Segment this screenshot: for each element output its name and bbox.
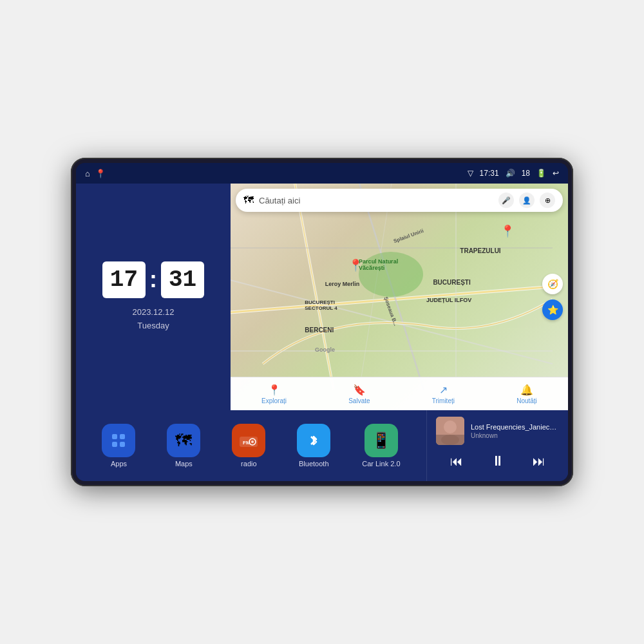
svg-rect-11 xyxy=(120,434,125,439)
apps-icon xyxy=(102,424,135,457)
map-label-parc: Parcul NaturalVăcărești xyxy=(359,258,398,271)
explore-label: Explorați xyxy=(261,397,287,404)
carlink-label: Car Link 2.0 xyxy=(362,460,400,468)
svg-point-19 xyxy=(444,421,457,433)
music-thumbnail xyxy=(436,417,464,445)
apps-row: Apps 🗺 Maps xyxy=(76,410,426,481)
svg-rect-21 xyxy=(436,435,464,445)
prev-button[interactable]: ⏮ xyxy=(448,451,466,471)
play-pause-button[interactable]: ⏸ xyxy=(488,450,507,472)
apps-label: Apps xyxy=(111,460,127,468)
svg-rect-10 xyxy=(112,434,117,439)
music-player: Lost Frequencies_Janieck Devy-... Unknow… xyxy=(426,410,568,481)
home-icon[interactable]: ⌂ xyxy=(85,169,90,178)
music-title: Lost Frequencies_Janieck Devy-... xyxy=(471,423,559,431)
signal-icon: ▽ xyxy=(468,169,473,178)
bottom-row: Apps 🗺 Maps xyxy=(76,410,568,481)
share-label: Trimiteți xyxy=(432,397,455,404)
map-navigate-btn[interactable]: ⭐ xyxy=(542,299,563,320)
svg-rect-13 xyxy=(120,442,125,447)
map-search-bar[interactable]: 🗺 Căutați aici 🎤 👤 ⊕ xyxy=(236,189,563,212)
status-right: ▽ 17:31 🔊 18 🔋 ↩ xyxy=(468,169,559,178)
status-time: 17:31 xyxy=(480,169,499,178)
main-content: 17 : 31 2023.12.12 Tuesday xyxy=(76,184,568,481)
clock-hours: 17 xyxy=(102,261,146,298)
volume-level: 18 xyxy=(522,169,530,178)
music-info: Lost Frequencies_Janieck Devy-... Unknow… xyxy=(436,417,559,445)
map-pin-2: 📍 xyxy=(500,224,515,238)
map-nav-share[interactable]: ↗ Trimiteți xyxy=(427,381,460,407)
voice-search-btn[interactable]: 🎤 xyxy=(498,193,514,208)
updates-label: Noutăți xyxy=(516,397,537,404)
maps-icon-btn: 🗺 xyxy=(167,424,200,457)
map-nav-explore[interactable]: 📍 Explorați xyxy=(256,381,292,407)
map-label-bucuresti: BUCUREȘTI xyxy=(433,279,470,286)
device-screen: ⌂ 📍 ▽ 17:31 🔊 18 🔋 ↩ 17 : xyxy=(76,163,568,481)
battery-icon: 🔋 xyxy=(536,169,546,178)
device-frame: ⌂ 📍 ▽ 17:31 🔊 18 🔋 ↩ 17 : xyxy=(71,158,573,486)
music-artist: Unknown xyxy=(471,432,559,439)
music-text: Lost Frequencies_Janieck Devy-... Unknow… xyxy=(471,423,559,439)
clock-date: 2023.12.12 Tuesday xyxy=(132,306,174,333)
bluetooth-icon-btn xyxy=(297,424,330,457)
map-search-placeholder[interactable]: Căutați aici xyxy=(259,196,493,205)
app-item-radio[interactable]: FM radio xyxy=(232,424,265,468)
explore-icon: 📍 xyxy=(268,384,281,396)
svg-rect-12 xyxy=(112,442,117,447)
saved-icon: 🔖 xyxy=(353,384,366,396)
map-label-leroy: Leroy Merlin xyxy=(325,281,360,287)
map-label-google: Google xyxy=(315,346,335,353)
clock-colon: : xyxy=(149,268,157,291)
map-label-trapezului: TRAPEZULUI xyxy=(460,247,500,254)
bluetooth-label: Bluetooth xyxy=(299,460,328,468)
status-left: ⌂ 📍 xyxy=(85,169,106,178)
clock-minutes: 31 xyxy=(161,261,204,298)
clock-panel: 17 : 31 2023.12.12 Tuesday xyxy=(76,184,231,410)
radio-label: radio xyxy=(241,460,256,468)
map-label-ilfov: JUDEȚUL ILFOV xyxy=(426,297,471,303)
maps-label: Maps xyxy=(175,460,193,468)
map-search-icons: 🎤 👤 ⊕ xyxy=(498,193,555,208)
music-controls: ⏮ ⏸ ⏭ xyxy=(436,448,559,475)
share-icon: ↗ xyxy=(439,384,448,396)
app-item-maps[interactable]: 🗺 Maps xyxy=(167,424,200,468)
clock-display: 17 : 31 xyxy=(102,261,204,298)
map-nav-saved[interactable]: 🔖 Salvate xyxy=(343,381,375,407)
volume-icon: 🔊 xyxy=(506,169,515,178)
status-bar: ⌂ 📍 ▽ 17:31 🔊 18 🔋 ↩ xyxy=(76,163,568,184)
google-maps-logo: 🗺 xyxy=(243,194,254,206)
profile-btn[interactable]: 👤 xyxy=(519,193,535,208)
updates-icon: 🔔 xyxy=(520,384,533,396)
map-pin-1: 📍 xyxy=(348,258,363,272)
app-item-apps[interactable]: Apps xyxy=(102,424,135,468)
map-label-berceni: BERCENI xyxy=(305,327,334,334)
radio-icon-btn: FM xyxy=(232,424,265,457)
app-item-carlink[interactable]: 📱 Car Link 2.0 xyxy=(362,424,400,468)
top-row: 17 : 31 2023.12.12 Tuesday xyxy=(76,184,568,410)
map-panel[interactable]: TRAPEZULUI BUCUREȘTI JUDEȚUL ILFOV Parcu… xyxy=(231,184,568,410)
maps-status-icon[interactable]: 📍 xyxy=(95,169,106,178)
svg-text:FM: FM xyxy=(243,440,251,446)
svg-point-16 xyxy=(251,440,254,443)
layers-btn[interactable]: ⊕ xyxy=(540,193,555,208)
back-icon[interactable]: ↩ xyxy=(553,169,559,178)
app-item-bluetooth[interactable]: Bluetooth xyxy=(297,424,330,468)
next-button[interactable]: ⏭ xyxy=(530,451,548,471)
map-nav-updates[interactable]: 🔔 Noutăți xyxy=(511,381,542,407)
carlink-icon-btn: 📱 xyxy=(365,424,398,457)
map-bottom-nav: 📍 Explorați 🔖 Salvate ↗ Trimiteți 🔔 xyxy=(231,377,568,410)
saved-label: Salvate xyxy=(348,397,370,404)
map-compass-btn[interactable]: 🧭 xyxy=(542,274,563,294)
map-label-sector4: BUCUREȘTISECTORUL 4 xyxy=(305,299,337,311)
